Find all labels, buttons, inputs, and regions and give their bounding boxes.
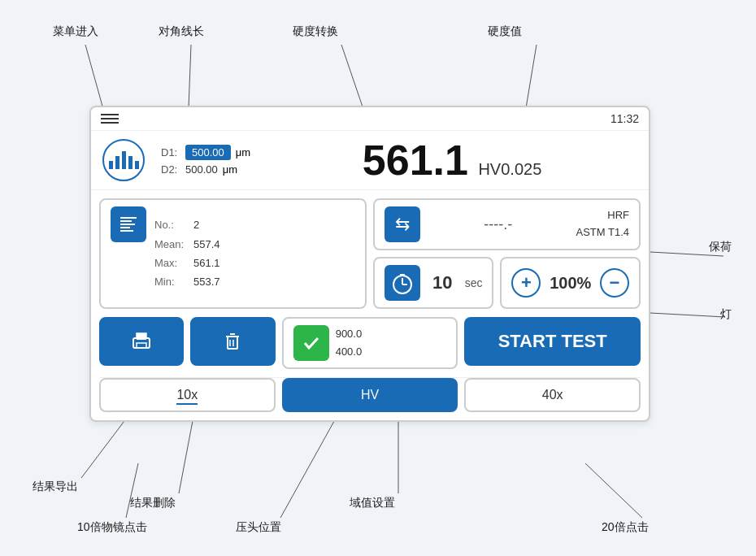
measurement-row: D1: 500.00 μm D2: 500.00 μm 561.1 HV0.02… xyxy=(91,131,649,190)
print-delete-group xyxy=(99,317,276,369)
threshold-values: 900.0 400.0 xyxy=(336,325,363,361)
min-label: Min: xyxy=(154,272,187,291)
scale-box[interactable]: ⇆ ----.- HRF ASTM T1.4 xyxy=(373,198,641,250)
check-icon xyxy=(293,325,329,361)
d1-unit: μm xyxy=(236,146,250,159)
stats-box: No.: 2 Mean: 557.4 Max: 561.1 Min: 553.7 xyxy=(99,198,367,309)
label-menu-enter: 菜单进入 xyxy=(53,24,98,39)
label-result-delete: 结果删除 xyxy=(130,496,176,510)
scale-line2: ASTM T1.4 xyxy=(576,224,629,241)
d1-label: D1: xyxy=(161,146,180,159)
threshold-box[interactable]: 900.0 400.0 xyxy=(282,317,458,369)
tab-10x[interactable]: 10x xyxy=(99,378,276,412)
label-threshold: 域值设置 xyxy=(350,496,395,510)
min-value: 553.7 xyxy=(193,272,220,291)
label-hardness-value: 硬度值 xyxy=(488,24,522,39)
main-grid: No.: 2 Mean: 557.4 Max: 561.1 Min: 553.7 xyxy=(91,190,649,317)
brightness-plus-button[interactable]: + xyxy=(511,268,541,298)
d2-unit: μm xyxy=(223,163,237,176)
timer-unit: sec xyxy=(465,276,483,289)
timer-box[interactable]: 10 sec xyxy=(373,257,493,309)
label-result-export: 结果导出 xyxy=(33,480,78,494)
no-value: 2 xyxy=(193,215,199,234)
label-hardness-convert: 硬度转换 xyxy=(293,24,338,39)
scale-dashes: ----.- xyxy=(428,216,567,233)
device-panel: 11:32 D1: 500.00 μm D2: 500.00 μm xyxy=(89,106,650,422)
threshold-val2: 400.0 xyxy=(336,343,363,361)
label-indenter-pos: 压头位置 xyxy=(236,520,281,535)
tab-10x-label: 10x xyxy=(176,388,198,405)
max-value: 561.1 xyxy=(193,254,220,272)
svg-line-9 xyxy=(280,408,341,518)
print-button[interactable] xyxy=(99,317,184,366)
menu-icon[interactable] xyxy=(101,114,119,124)
hardness-scale: HV0.025 xyxy=(478,160,541,178)
label-load-hold: 保荷 xyxy=(709,240,732,254)
svg-rect-20 xyxy=(400,274,405,276)
svg-rect-13 xyxy=(120,220,132,222)
label-twenty-x: 20倍点击 xyxy=(602,520,649,535)
convert-icon: ⇆ xyxy=(385,206,420,242)
svg-rect-15 xyxy=(120,227,130,228)
timer-icon xyxy=(385,265,420,301)
time-display: 11:32 xyxy=(610,112,639,125)
svg-rect-22 xyxy=(137,333,146,340)
hardness-display: 561.1 HV0.025 xyxy=(267,139,637,181)
d1-value[interactable]: 500.00 xyxy=(185,145,231,160)
svg-line-11 xyxy=(585,463,642,518)
gauge-icon xyxy=(102,139,145,181)
timer-value: 10 xyxy=(428,272,457,293)
brightness-value: 100% xyxy=(547,274,593,293)
light-box: + 100% − xyxy=(500,257,641,309)
tab-40x[interactable]: 40x xyxy=(464,378,641,412)
label-ten-x: 10倍物镜点击 xyxy=(77,520,147,535)
svg-rect-12 xyxy=(120,217,137,219)
tab-hv[interactable]: HV xyxy=(282,378,458,412)
max-label: Max: xyxy=(154,254,187,272)
stats-data: No.: 2 Mean: 557.4 Max: 561.1 Min: 553.7 xyxy=(154,215,220,292)
label-lamp: 灯 xyxy=(720,307,732,322)
scale-info: HRF ASTM T1.4 xyxy=(576,207,629,241)
tab-hv-label: HV xyxy=(361,388,379,402)
brightness-minus-button[interactable]: − xyxy=(600,268,629,298)
threshold-val1: 900.0 xyxy=(336,325,363,343)
no-label: No.: xyxy=(154,215,187,234)
svg-rect-16 xyxy=(120,230,133,232)
svg-line-5 xyxy=(650,313,725,317)
hardness-number: 561.1 xyxy=(363,137,468,184)
top-bar: 11:32 xyxy=(91,107,649,131)
svg-rect-25 xyxy=(228,337,237,349)
tab-40x-label: 40x xyxy=(542,388,563,402)
label-diagonal: 对角线长 xyxy=(159,24,204,39)
tabs-row: 10x HV 40x xyxy=(99,377,641,412)
d2-label: D2: xyxy=(161,163,180,176)
svg-rect-14 xyxy=(120,224,135,225)
d2-value: 500.00 xyxy=(185,163,218,176)
start-test-button[interactable]: START TEST xyxy=(464,317,641,366)
mean-value: 557.4 xyxy=(193,235,220,254)
d-values: D1: 500.00 μm D2: 500.00 μm xyxy=(161,145,250,176)
mean-label: Mean: xyxy=(154,235,187,254)
stats-icon xyxy=(111,206,146,242)
scale-line1: HRF xyxy=(576,207,629,224)
action-row: 900.0 400.0 START TEST xyxy=(91,317,649,377)
delete-button[interactable] xyxy=(190,317,275,366)
